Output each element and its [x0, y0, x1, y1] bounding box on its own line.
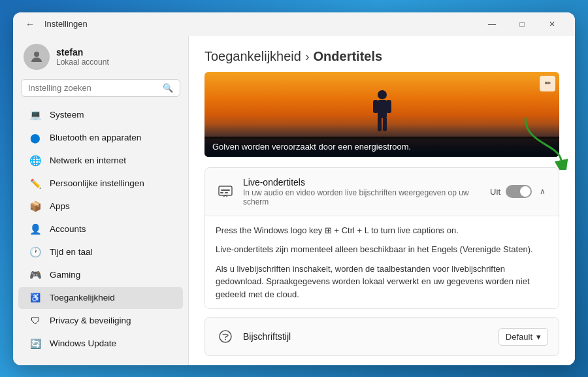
info-line-1: Press the Windows logo key ⊞ + Ctrl + L …: [216, 224, 548, 237]
sidebar-item-windows[interactable]: 🔄 Windows Update: [18, 333, 183, 355]
live-captions-expanded: Press the Windows logo key ⊞ + Ctrl + L …: [205, 216, 559, 309]
main-content-area: Toegankelijkheid › Ondertitels: [188, 36, 575, 365]
caption-style-label: Bijschriftstijl: [243, 331, 491, 342]
sidebar-item-toegankelijkheid[interactable]: ♿ Toegankelijkheid: [18, 287, 183, 309]
green-arrow: [519, 111, 571, 170]
user-section: stefan Lokaal account: [13, 36, 188, 75]
toegankelijkheid-icon: ♿: [29, 291, 42, 304]
info-line-3: Als u livebijschriften inschakelt, worde…: [216, 263, 548, 301]
breadcrumb-parent: Toegankelijkheid: [204, 49, 301, 64]
netwerk-icon: 🌐: [29, 154, 42, 167]
info-line-2: Live-ondertitels zijn momenteel alleen b…: [216, 243, 548, 256]
captions-svg-icon: [218, 184, 233, 199]
preview-image: Golven worden veroorzaakt door een energ…: [204, 72, 559, 157]
systeem-icon: 💻: [29, 108, 42, 122]
maximize-button[interactable]: □: [507, 12, 537, 36]
live-captions-title: Live-ondertitels: [243, 177, 482, 188]
svg-rect-4: [386, 100, 391, 113]
user-account-type: Lokaal account: [56, 57, 109, 67]
windows-icon: 🔄: [29, 337, 42, 350]
svg-point-12: [220, 331, 231, 342]
main-settings: Live-ondertitels In uw audio en video wo…: [189, 167, 575, 365]
action-buttons: Bewerken Verwijderen: [204, 364, 559, 365]
sidebar-item-netwerk[interactable]: 🌐 Netwerk en internet: [18, 150, 183, 172]
sidebar-item-gaming[interactable]: 🎮 Gaming: [18, 264, 183, 286]
user-icon: [29, 49, 44, 65]
sidebar-item-accounts[interactable]: 👤 Accounts: [18, 218, 183, 240]
live-captions-row: Live-ondertitels In uw audio en video wo…: [205, 168, 559, 216]
live-captions-toggle[interactable]: [506, 185, 532, 198]
gaming-icon: 🎮: [29, 269, 42, 282]
apps-icon: 📦: [29, 200, 42, 213]
minimize-button[interactable]: —: [477, 12, 507, 36]
sidebar: stefan Lokaal account 🔍 💻 Systeem ⬤ Blue…: [13, 36, 188, 365]
sidebar-item-persoonlijk[interactable]: ✏️ Persoonlijke instellingen: [18, 172, 183, 195]
svg-point-13: [225, 339, 226, 340]
close-button[interactable]: ✕: [537, 12, 567, 36]
avatar: [24, 44, 50, 70]
breadcrumb: Toegankelijkheid › Ondertitels: [204, 49, 559, 64]
tijd-icon: 🕐: [29, 246, 42, 259]
back-button[interactable]: ←: [21, 15, 39, 33]
page-header: Toegankelijkheid › Ondertitels: [189, 36, 575, 72]
breadcrumb-separator: ›: [305, 49, 310, 64]
privacy-icon: 🛡: [29, 314, 42, 327]
toggle-knob: [520, 186, 531, 197]
sidebar-item-bluetooth[interactable]: ⬤ Bluetooth en apparaten: [18, 127, 183, 149]
breadcrumb-current: Ondertitels: [314, 49, 383, 64]
window-title: Instellingen: [44, 19, 477, 29]
content-area: stefan Lokaal account 🔍 💻 Systeem ⬤ Blue…: [13, 36, 575, 365]
accounts-icon: 👤: [29, 223, 42, 236]
settings-window: ← Instellingen — □ ✕ stefan Lokaal accou…: [13, 12, 575, 365]
live-captions-sub: In uw audio en video worden live bijschr…: [243, 188, 482, 206]
preview-edit-button[interactable]: ✏: [540, 76, 555, 91]
live-captions-status: Uit: [490, 187, 500, 197]
svg-rect-3: [373, 100, 378, 113]
chevron-down-icon: ▾: [536, 332, 541, 342]
live-captions-expand[interactable]: ∧: [537, 186, 548, 197]
sidebar-item-tijd[interactable]: 🕐 Tijd en taal: [18, 241, 183, 263]
live-captions-info: Live-ondertitels In uw audio en video wo…: [243, 177, 482, 206]
search-input[interactable]: [28, 83, 159, 93]
sidebar-nav: 💻 Systeem ⬤ Bluetooth en apparaten 🌐 Net…: [13, 103, 188, 355]
sidebar-item-privacy[interactable]: 🛡 Privacy & beveiliging: [18, 310, 183, 332]
user-info: stefan Lokaal account: [56, 47, 109, 67]
svg-rect-11: [221, 189, 230, 191]
caption-style-icon: [216, 327, 235, 346]
svg-rect-2: [378, 100, 387, 118]
persoonlijk-icon: ✏️: [29, 177, 42, 190]
svg-point-1: [378, 90, 387, 99]
titlebar: ← Instellingen — □ ✕: [13, 12, 575, 36]
user-name: stefan: [56, 47, 109, 57]
captions-icon: [216, 182, 235, 201]
style-icon: [218, 329, 233, 344]
preview-caption: Golven worden veroorzaakt door een energ…: [204, 137, 559, 157]
search-icon: 🔍: [163, 83, 173, 93]
svg-rect-10: [225, 192, 228, 193]
live-captions-card: Live-ondertitels In uw audio en video wo…: [204, 167, 559, 310]
sidebar-item-apps[interactable]: 📦 Apps: [18, 195, 183, 218]
caption-style-select[interactable]: Default ▾: [498, 328, 548, 346]
bluetooth-icon: ⬤: [29, 131, 42, 144]
caption-style-card: Bijschriftstijl Default ▾: [204, 317, 559, 356]
svg-point-0: [34, 52, 39, 57]
live-captions-controls: Uit ∧: [490, 185, 548, 198]
window-controls: — □ ✕: [477, 12, 567, 36]
sidebar-item-systeem[interactable]: 💻 Systeem: [18, 104, 183, 126]
search-box[interactable]: 🔍: [21, 79, 180, 97]
svg-rect-9: [220, 192, 223, 193]
